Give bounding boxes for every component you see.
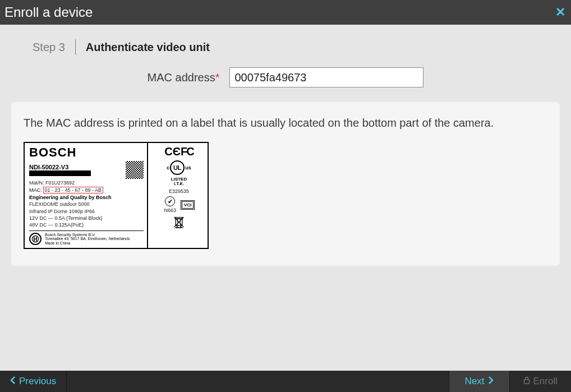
window-title: Enroll a device	[4, 4, 93, 20]
step-title: Authenticate video unit	[86, 41, 210, 54]
mac-prefix: MAC:	[29, 187, 42, 193]
bosch-circle-icon	[29, 233, 42, 245]
product-label-illustration: BOSCH NDI-50022-V3 Mat/N: F01U273892 MAC…	[24, 142, 209, 249]
made-text: Made in China	[45, 241, 130, 246]
svg-rect-3	[34, 238, 37, 239]
vci-mark: VCI	[182, 201, 194, 209]
mac-example-line: MAC: 01 - 23 - 45 - 67 - 89 - AB	[29, 187, 144, 193]
previous-label: Previous	[19, 376, 56, 387]
step-header: Step 3 Authenticate video unit	[11, 39, 560, 65]
previous-button[interactable]: Previous	[0, 371, 67, 392]
next-button[interactable]: Next	[449, 371, 510, 392]
product-text: FLEXIDOME outdoor 5000	[29, 201, 144, 207]
content-area: Step 3 Authenticate video unit MAC addre…	[0, 25, 571, 371]
svg-point-8	[176, 225, 178, 227]
matn-text: Mat/N: F01U273892	[29, 180, 144, 186]
model-text: NDI-50022-V3	[29, 164, 91, 170]
svg-rect-13	[524, 380, 529, 384]
step-number: Step 3	[33, 41, 65, 54]
label-right-panel: CЄFC c UL us LISTED I.T.E. E329535 ✔ N66…	[148, 143, 208, 248]
mac-highlight-box: 01 - 23 - 45 - 67 - 89 - AB	[43, 187, 104, 193]
wizard-footer: Previous Next Enroll	[0, 371, 571, 392]
company-text: Bosch Security Systems B.V.	[45, 233, 130, 237]
titlebar: Enroll a device ✕	[0, 0, 571, 25]
lock-icon	[523, 376, 530, 387]
n663-text: N663	[164, 207, 177, 213]
serial-blackbar	[29, 170, 91, 176]
enum-text: E329535	[169, 188, 189, 194]
help-card: The MAC address is printed on a label th…	[11, 102, 560, 266]
mac-label: MAC address*	[148, 71, 220, 84]
required-asterisk: *	[215, 71, 220, 84]
close-icon[interactable]: ✕	[555, 6, 565, 19]
power2-text: 48V DC --- 0.125A(PoE)	[29, 222, 144, 228]
mac-address-input[interactable]	[229, 67, 423, 87]
ul-mark: c UL us	[167, 160, 191, 175]
chevron-right-icon	[488, 376, 494, 387]
svg-point-9	[180, 225, 182, 227]
weee-bin-icon	[173, 216, 185, 228]
mac-form-row: MAC address*	[11, 65, 560, 102]
eq-text: Engineering and Quality by Bosch	[29, 195, 144, 200]
enroll-label: Enroll	[533, 376, 558, 387]
ce-fc-mark: CЄFC	[164, 145, 193, 158]
qr-code-icon	[126, 161, 144, 179]
desc-text: Infrared IP Dome 1080p IP66	[29, 209, 144, 214]
mac-label-text: MAC address	[148, 71, 215, 84]
next-label: Next	[465, 376, 485, 387]
company-footer: Bosch Security Systems B.V. Torenallee 4…	[45, 233, 130, 246]
listed-text: LISTED I.T.E.	[171, 177, 187, 186]
label-left-panel: BOSCH NDI-50022-V3 Mat/N: F01U273892 MAC…	[25, 143, 148, 248]
chevron-left-icon	[10, 376, 16, 387]
enroll-button: Enroll	[510, 371, 571, 392]
power1-text: 12V DC --- 0.5A (Terminal Block)	[29, 215, 144, 221]
address-text: Torenallee 49, 5617 BA, Eindhoven, Nethe…	[45, 237, 130, 241]
svg-rect-7	[175, 217, 182, 219]
c-tick-icon: ✔	[165, 196, 175, 206]
footer-spacer	[67, 371, 448, 392]
help-text: The MAC address is printed on a label th…	[24, 117, 547, 130]
vertical-divider	[75, 39, 76, 55]
label-divider	[29, 230, 144, 231]
brand-text: BOSCH	[29, 145, 144, 160]
